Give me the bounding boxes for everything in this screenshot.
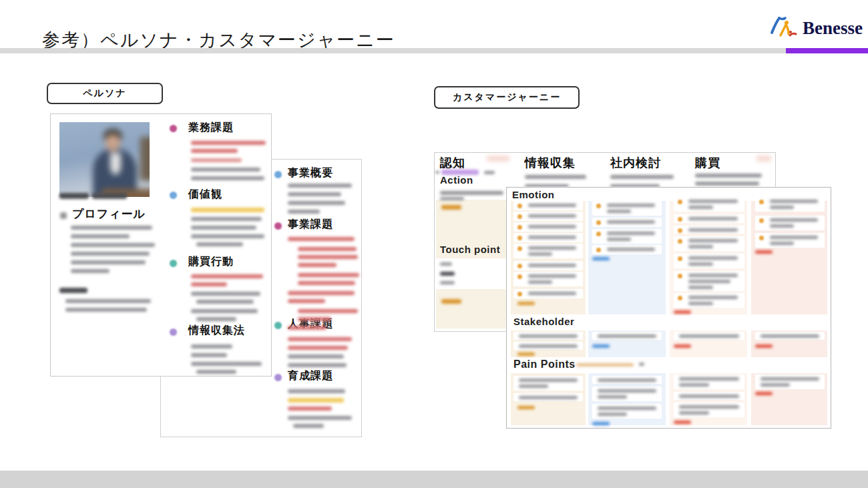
profile-heading: プロフィール <box>72 206 146 222</box>
redacted-line <box>196 370 236 374</box>
redacted-line <box>761 334 819 338</box>
redacted-line <box>525 175 586 179</box>
note-bullet-icon <box>678 217 682 222</box>
journey-note-card <box>592 376 662 384</box>
redacted-line <box>293 424 324 428</box>
redacted-line <box>607 238 631 241</box>
redacted-line <box>71 269 110 273</box>
redacted-line <box>528 214 576 218</box>
row-label-painpoints: Pain Points <box>513 358 576 371</box>
redacted-line <box>598 407 656 410</box>
redacted-line <box>288 237 355 241</box>
journey-note-card <box>513 342 583 350</box>
journey-note-card <box>674 271 744 291</box>
redacted-line <box>440 262 452 266</box>
journey-note-card <box>513 332 583 340</box>
redacted-line <box>196 317 236 321</box>
more-link[interactable] <box>674 310 691 314</box>
more-link[interactable] <box>517 352 535 356</box>
redacted-line <box>191 176 264 180</box>
painpoints-row-band: Pain Points <box>507 357 831 373</box>
row-label-stakeholder: Stakeholder <box>513 316 574 327</box>
redacted-line <box>679 395 739 398</box>
more-link[interactable] <box>674 344 691 348</box>
more-link[interactable] <box>441 299 461 304</box>
more-link[interactable] <box>674 421 691 424</box>
note-bullet-icon <box>517 225 522 230</box>
redacted-line <box>688 262 713 266</box>
more-link[interactable] <box>755 250 773 254</box>
section-bullet-icon <box>170 125 177 132</box>
journey-note-card <box>674 254 744 268</box>
section-bullet-icon <box>274 374 282 381</box>
redacted-line <box>298 255 358 259</box>
benesse-logo-icon <box>768 15 800 41</box>
journey-note-card <box>674 226 744 234</box>
redacted-line <box>695 174 762 178</box>
more-link[interactable] <box>517 406 535 409</box>
redacted-line <box>191 208 264 212</box>
section-heading-values: 価値観 <box>188 188 222 202</box>
journey-note-card <box>513 222 583 232</box>
redacted-line <box>607 232 655 235</box>
note-bullet-icon <box>678 228 682 233</box>
journey-note-card <box>513 376 583 391</box>
note-bullet-icon <box>517 264 522 268</box>
redacted-line <box>288 354 344 358</box>
journey-grid-front: Emotion Stakeholder Pain Points <box>506 187 831 429</box>
more-link[interactable] <box>755 344 773 348</box>
redacted-line <box>607 204 655 207</box>
redacted-line <box>71 243 155 247</box>
journey-note-card <box>755 375 825 389</box>
redacted-line <box>288 192 341 196</box>
more-link[interactable] <box>592 344 610 348</box>
redacted-line <box>441 170 479 175</box>
more-link[interactable] <box>517 302 535 305</box>
redacted-line <box>288 201 345 205</box>
journey-note-card <box>592 245 662 254</box>
redacted-line <box>191 158 242 162</box>
redacted-line <box>191 141 266 145</box>
redacted-line <box>65 308 147 312</box>
benesse-logo: Benesse <box>768 15 863 41</box>
note-bullet-icon <box>596 248 601 252</box>
more-link[interactable] <box>441 205 461 210</box>
redacted-line <box>688 217 738 220</box>
redacted-line <box>639 362 644 366</box>
redacted-line <box>756 156 771 162</box>
more-link[interactable] <box>755 392 773 395</box>
journey-note-card <box>755 332 825 340</box>
redacted-line <box>440 191 503 195</box>
redacted-line <box>688 200 738 203</box>
journey-note-card <box>513 261 583 270</box>
redacted-line <box>436 171 439 174</box>
redacted-line <box>519 344 578 348</box>
row-label-emotion: Emotion <box>512 189 555 200</box>
redacted-line <box>65 299 151 303</box>
redacted-line <box>288 363 347 367</box>
redacted-line <box>288 210 320 214</box>
more-link[interactable] <box>592 422 610 425</box>
note-bullet-icon <box>517 204 522 208</box>
persona-label-box: ペルソナ <box>47 83 163 104</box>
note-bullet-icon <box>596 220 601 225</box>
section-bullet-icon <box>274 171 282 178</box>
journey-note-card <box>513 201 583 210</box>
section-heading-buying-behavior: 購買行動 <box>188 255 234 269</box>
persona-photo-blur <box>59 122 150 197</box>
redacted-line <box>598 413 627 416</box>
stakeholder-row-band: Stakeholder <box>507 314 831 330</box>
journey-note-card <box>592 201 662 216</box>
redacted-line <box>528 280 552 284</box>
more-link[interactable] <box>592 257 610 260</box>
journey-note-card <box>674 293 744 308</box>
redacted-line <box>288 337 352 341</box>
redacted-line <box>288 407 332 411</box>
redacted-line <box>298 273 359 277</box>
redacted-line <box>440 281 455 284</box>
persona-card: プロフィール 業務課題 価値観 購買行動 情報収集法 <box>50 113 272 377</box>
redacted-line <box>59 193 89 199</box>
redacted-line <box>191 274 263 278</box>
redacted-line <box>191 309 258 313</box>
redacted-line <box>191 226 256 230</box>
